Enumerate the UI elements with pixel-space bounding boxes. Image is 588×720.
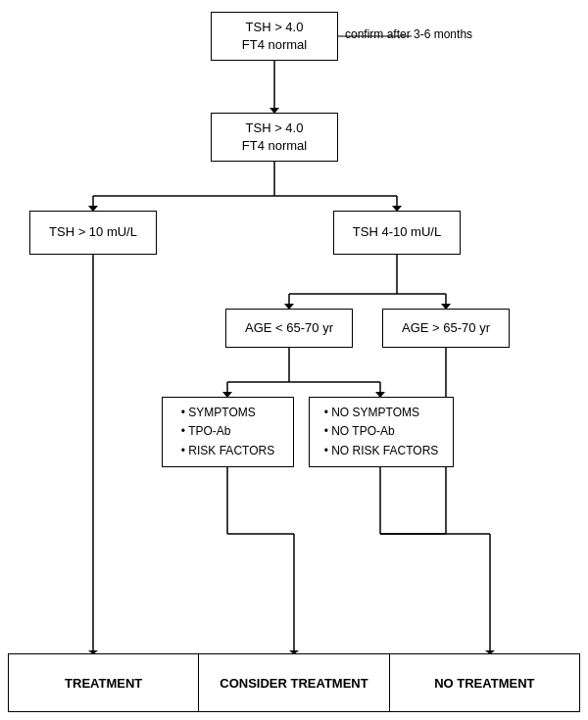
- no-symptoms-box: • NO SYMPTOMS • NO TPO-Ab • NO RISK FACT…: [309, 397, 454, 467]
- no-symptom-item-3: • NO RISK FACTORS: [324, 442, 439, 460]
- no-treatment-label: NO TREATMENT: [434, 676, 534, 691]
- symptoms-box: • SYMPTOMS • TPO-Ab • RISK FACTORS: [162, 397, 294, 467]
- symptom-item-1: • SYMPTOMS: [181, 404, 274, 422]
- second-box-line1: TSH > 4.0: [242, 120, 307, 137]
- top-box: TSH > 4.0 FT4 normal: [211, 12, 338, 61]
- connector-lines: [0, 0, 588, 720]
- right-branch-label: TSH 4-10 mU/L: [353, 223, 441, 241]
- no-treatment-cell: NO TREATMENT: [390, 654, 579, 711]
- no-symptom-item-1: • NO SYMPTOMS: [324, 404, 439, 422]
- right-branch-box: TSH 4-10 mU/L: [333, 211, 461, 255]
- bottom-row: TREATMENT CONSIDER TREATMENT NO TREATMEN…: [8, 653, 580, 712]
- age-young-box: AGE < 65-70 yr: [225, 309, 353, 348]
- top-box-line2: FT4 normal: [242, 36, 307, 54]
- symptoms-list: • SYMPTOMS • TPO-Ab • RISK FACTORS: [181, 404, 274, 460]
- treatment-cell: TREATMENT: [9, 654, 199, 711]
- symptom-item-2: • TPO-Ab: [181, 422, 274, 441]
- left-branch-label: TSH > 10 mU/L: [49, 223, 137, 241]
- no-symptom-item-2: • NO TPO-Ab: [324, 422, 439, 441]
- age-old-box: AGE > 65-70 yr: [382, 309, 510, 348]
- left-branch-box: TSH > 10 mU/L: [29, 211, 157, 255]
- age-old-label: AGE > 65-70 yr: [402, 319, 490, 337]
- treatment-label: TREATMENT: [65, 676, 142, 691]
- top-box-line1: TSH > 4.0: [242, 19, 307, 36]
- age-young-label: AGE < 65-70 yr: [245, 319, 333, 337]
- flowchart: TSH > 4.0 FT4 normal confirm after 3-6 m…: [0, 0, 588, 720]
- no-symptoms-list: • NO SYMPTOMS • NO TPO-Ab • NO RISK FACT…: [324, 404, 439, 460]
- symptom-item-3: • RISK FACTORS: [181, 442, 274, 460]
- consider-treatment-cell: CONSIDER TREATMENT: [199, 654, 389, 711]
- confirm-label: confirm after 3-6 months: [345, 27, 472, 41]
- second-box-line2: FT4 normal: [242, 137, 307, 155]
- consider-treatment-label: CONSIDER TREATMENT: [220, 676, 368, 691]
- second-box: TSH > 4.0 FT4 normal: [211, 113, 338, 162]
